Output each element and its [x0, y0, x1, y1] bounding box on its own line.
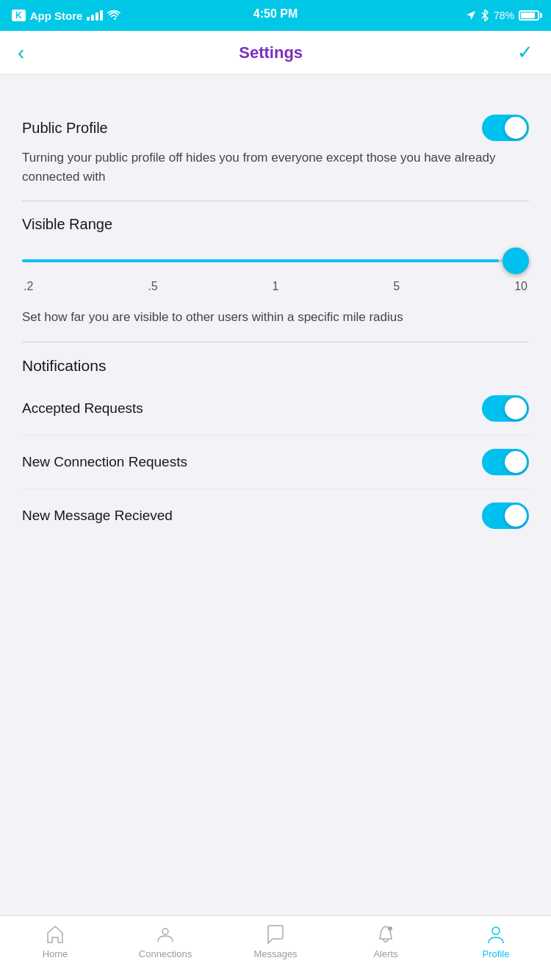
slider-thumb[interactable] [503, 248, 529, 274]
range-description-wrapper: Set how far you are visible to other use… [22, 308, 529, 327]
back-button[interactable]: ‹ [18, 43, 24, 63]
visible-range-description: Set how far you are visible to other use… [22, 308, 529, 327]
svg-point-1 [388, 926, 392, 931]
notifications-section: Notifications Accepted Requests New Conn… [22, 357, 529, 542]
bluetooth-icon [480, 10, 489, 21]
carrier-label: App Store [30, 10, 83, 22]
tick-5: 5 [393, 280, 400, 293]
battery-icon [519, 10, 539, 21]
tick-1: 1 [273, 280, 279, 293]
toggle-knob-accepted [505, 397, 527, 419]
tab-connections[interactable]: Connections [110, 923, 220, 959]
new-message-toggle[interactable] [482, 502, 529, 529]
carrier-icon: K [12, 10, 26, 21]
public-profile-label: Public Profile [22, 120, 108, 137]
home-icon [44, 923, 66, 945]
tab-alerts[interactable]: Alerts [331, 923, 441, 959]
new-connection-requests-label: New Connection Requests [22, 454, 187, 470]
svg-point-2 [492, 927, 500, 934]
accepted-requests-row: Accepted Requests [22, 382, 529, 436]
new-connection-requests-row: New Connection Requests [22, 436, 529, 489]
signal-icon [87, 10, 103, 21]
connections-icon [154, 923, 176, 945]
tick-10: 10 [514, 280, 527, 293]
tab-messages-label: Messages [253, 948, 297, 959]
toggle-knob-message [505, 505, 527, 527]
public-profile-toggle[interactable] [482, 115, 529, 141]
toggle-knob [505, 117, 527, 139]
visible-range-label: Visible Range [22, 216, 529, 233]
tab-connections-label: Connections [139, 948, 192, 959]
accepted-requests-toggle[interactable] [482, 395, 529, 422]
page-title: Settings [239, 43, 303, 62]
tab-home[interactable]: Home [0, 923, 110, 959]
battery-percent: 78% [494, 10, 514, 21]
tab-messages[interactable]: Messages [220, 923, 331, 959]
svg-point-0 [162, 929, 168, 934]
range-slider[interactable] [22, 246, 529, 275]
divider-2 [22, 342, 529, 342]
new-connection-requests-toggle[interactable] [482, 449, 529, 475]
tab-profile-label: Profile [483, 948, 510, 959]
new-message-label: New Message Recieved [22, 508, 173, 524]
tab-alerts-label: Alerts [373, 948, 397, 959]
status-left: K App Store [12, 10, 120, 22]
nav-bar: ‹ Settings ✓ [0, 31, 551, 75]
public-profile-section: Public Profile Turning your public profi… [22, 97, 529, 186]
visible-range-section: Visible Range .2 .5 1 5 10 [22, 216, 529, 293]
status-bar: K App Store 4:50 PM 78% [0, 0, 551, 31]
public-profile-row: Public Profile [22, 97, 529, 148]
messages-icon [264, 923, 287, 945]
slider-track [22, 259, 529, 262]
status-time: 4:50 PM [253, 7, 298, 21]
profile-icon [485, 923, 507, 945]
status-right: 78% [466, 10, 539, 21]
divider-1 [22, 201, 529, 201]
new-message-row: New Message Recieved [22, 489, 529, 542]
alerts-icon [375, 923, 397, 945]
tick-0-2: .2 [24, 280, 33, 293]
tick-0-5: .5 [148, 280, 157, 293]
notifications-title: Notifications [22, 357, 529, 375]
slider-fill [22, 259, 499, 262]
accepted-requests-label: Accepted Requests [22, 400, 143, 417]
wifi-icon [107, 10, 120, 21]
tab-home-label: Home [43, 948, 68, 959]
settings-content: Public Profile Turning your public profi… [0, 75, 551, 915]
location-icon [466, 10, 476, 21]
tab-profile[interactable]: Profile [441, 923, 551, 959]
toggle-knob-connection [505, 451, 527, 473]
slider-ticks: .2 .5 1 5 10 [22, 280, 529, 293]
confirm-button[interactable]: ✓ [517, 41, 533, 64]
public-profile-description: Turning your public profile off hides yo… [22, 148, 529, 186]
tab-bar: Home Connections Messages Alerts [0, 915, 551, 980]
